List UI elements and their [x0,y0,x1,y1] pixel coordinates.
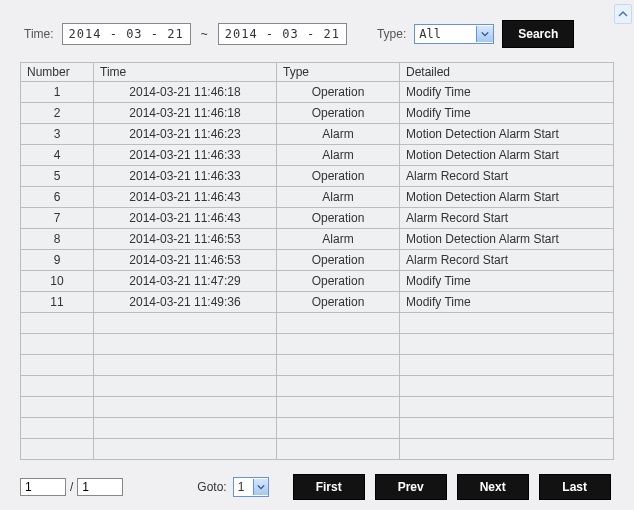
cell-time: 2014-03-21 11:46:33 [94,145,277,166]
table-header-row: Number Time Type Detailed [21,63,614,82]
cell-type: Alarm [277,124,400,145]
cell-number: 8 [21,229,94,250]
last-button[interactable]: Last [539,474,611,500]
cell-number: 10 [21,271,94,292]
cell-type: Operation [277,271,400,292]
type-label: Type: [377,27,406,41]
cell-number: 2 [21,103,94,124]
cell-detailed: Modify Time [400,103,614,124]
cell-number [21,355,94,376]
cell-detailed [400,313,614,334]
cell-time: 2014-03-21 11:46:43 [94,187,277,208]
chevron-down-icon [476,26,493,42]
cell-type: Operation [277,103,400,124]
cell-time: 2014-03-21 11:46:18 [94,103,277,124]
cell-type [277,334,400,355]
cell-type: Operation [277,82,400,103]
cell-time [94,418,277,439]
cell-number: 11 [21,292,94,313]
cell-detailed: Motion Detection Alarm Start [400,145,614,166]
total-pages-display [77,478,123,496]
cell-time: 2014-03-21 11:47:29 [94,271,277,292]
pagination-row: / Goto: 1 First Prev Next Last [20,460,614,506]
th-detailed: Detailed [400,63,614,82]
cell-detailed [400,355,614,376]
chevron-up-icon [618,9,628,19]
cell-detailed [400,334,614,355]
th-type: Type [277,63,400,82]
cell-time [94,397,277,418]
date-range-tilde: ~ [199,27,210,41]
cell-time: 2014-03-21 11:46:53 [94,229,277,250]
cell-time [94,334,277,355]
type-select[interactable]: All [414,24,494,44]
date-to-input[interactable]: 2014 - 03 - 21 [218,23,347,45]
cell-detailed: Motion Detection Alarm Start [400,124,614,145]
table-row: 42014-03-21 11:46:33AlarmMotion Detectio… [21,145,614,166]
cell-number: 1 [21,82,94,103]
cell-detailed: Motion Detection Alarm Start [400,187,614,208]
table-row: 12014-03-21 11:46:18OperationModify Time [21,82,614,103]
next-button[interactable]: Next [457,474,529,500]
table-row: 82014-03-21 11:46:53AlarmMotion Detectio… [21,229,614,250]
cell-type [277,355,400,376]
table-row: 72014-03-21 11:46:43OperationAlarm Recor… [21,208,614,229]
prev-button[interactable]: Prev [375,474,447,500]
cell-number: 3 [21,124,94,145]
cell-type: Operation [277,166,400,187]
table-row [21,439,614,460]
table-row: 102014-03-21 11:47:29OperationModify Tim… [21,271,614,292]
cell-type [277,418,400,439]
search-button[interactable]: Search [502,20,574,48]
cell-type [277,397,400,418]
cell-time: 2014-03-21 11:46:33 [94,166,277,187]
cell-number [21,334,94,355]
cell-number: 9 [21,250,94,271]
cell-detailed [400,439,614,460]
cell-type [277,439,400,460]
cell-detailed [400,376,614,397]
cell-time [94,313,277,334]
cell-time: 2014-03-21 11:46:53 [94,250,277,271]
cell-type: Alarm [277,187,400,208]
cell-time: 2014-03-21 11:46:23 [94,124,277,145]
cell-time [94,376,277,397]
results-table: Number Time Type Detailed 12014-03-21 11… [20,62,614,460]
cell-detailed: Modify Time [400,82,614,103]
first-button[interactable]: First [293,474,365,500]
cell-number [21,418,94,439]
cell-detailed [400,418,614,439]
cell-number [21,313,94,334]
cell-type: Operation [277,250,400,271]
cell-type [277,376,400,397]
cell-number: 5 [21,166,94,187]
table-row: 112014-03-21 11:49:36OperationModify Tim… [21,292,614,313]
table-row: 92014-03-21 11:46:53OperationAlarm Recor… [21,250,614,271]
th-number: Number [21,63,94,82]
cell-time: 2014-03-21 11:46:43 [94,208,277,229]
table-row [21,313,614,334]
date-from-input[interactable]: 2014 - 03 - 21 [62,23,191,45]
cell-number [21,439,94,460]
table-row [21,355,614,376]
cell-type: Alarm [277,229,400,250]
cell-detailed: Alarm Record Start [400,166,614,187]
table-row [21,376,614,397]
goto-select[interactable]: 1 [233,477,269,497]
time-label: Time: [24,27,54,41]
page-slash: / [70,480,73,494]
cell-detailed [400,397,614,418]
cell-type [277,313,400,334]
scroll-up-button[interactable] [614,4,632,24]
current-page-input[interactable] [20,478,66,496]
cell-detailed: Alarm Record Start [400,208,614,229]
table-row [21,397,614,418]
goto-label: Goto: [197,480,226,494]
th-time: Time [94,63,277,82]
cell-type: Operation [277,208,400,229]
cell-number: 4 [21,145,94,166]
cell-time [94,439,277,460]
cell-number: 7 [21,208,94,229]
cell-detailed: Motion Detection Alarm Start [400,229,614,250]
table-row [21,418,614,439]
